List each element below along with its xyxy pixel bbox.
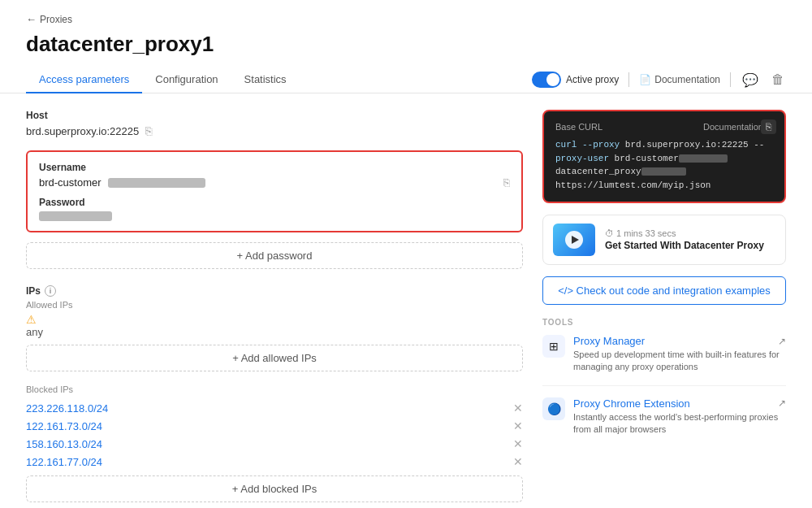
curl-header: Base CURL Documentation ↗ <box>555 121 773 132</box>
right-panel: Base CURL Documentation ↗ curl --proxy b… <box>542 110 786 508</box>
video-title: Get Started With Datacenter Proxy <box>605 240 764 251</box>
username-label: Username <box>39 162 510 173</box>
add-blocked-ips-button[interactable]: + Add blocked IPs <box>26 475 523 502</box>
blocked-ips-label: Blocked IPs <box>26 384 523 394</box>
any-text: any <box>26 326 523 338</box>
remove-ip-3-button[interactable]: ✕ <box>513 455 523 468</box>
password-masked <box>39 211 112 221</box>
proxy-manager-icon: ⊞ <box>542 335 565 358</box>
documentation-button[interactable]: 📄 Documentation <box>639 74 720 85</box>
play-triangle-icon <box>572 236 579 244</box>
tabs: Access parameters Configuration Statisti… <box>26 67 300 93</box>
username-prefix: brd-customer <box>39 176 102 189</box>
tool-proxy-manager[interactable]: ⊞ Proxy Manager ↗ Speed up development t… <box>542 335 786 386</box>
chrome-extension-content: Proxy Chrome Extension ↗ Instantly acces… <box>573 397 786 436</box>
blocked-ip-3: 122.161.77.0/24 <box>26 456 102 468</box>
toggle-label: Active proxy <box>566 74 619 85</box>
page-title: datacenter_proxy1 <box>0 32 812 67</box>
username-masked <box>108 178 205 188</box>
warning-icon: ⚠ <box>26 313 523 326</box>
ips-label: IPs <box>26 285 41 297</box>
doc-icon: 📄 <box>639 74 651 85</box>
add-password-button[interactable]: + Add password <box>26 242 523 269</box>
remove-ip-0-button[interactable]: ✕ <box>513 402 523 415</box>
proxy-manager-content: Proxy Manager ↗ Speed up development tim… <box>573 335 786 374</box>
proxy-manager-title-row: Proxy Manager ↗ <box>573 335 786 347</box>
back-label: Proxies <box>40 14 72 25</box>
copy-curl-button[interactable]: ⎘ <box>761 119 776 134</box>
chrome-extension-title-row: Proxy Chrome Extension ↗ <box>573 397 786 410</box>
remove-ip-1-button[interactable]: ✕ <box>513 419 523 432</box>
curl-box: Base CURL Documentation ↗ curl --proxy b… <box>542 110 786 203</box>
divider2 <box>730 72 731 87</box>
ips-header: IPs i <box>26 285 523 297</box>
password-label: Password <box>39 197 510 208</box>
video-info: ⏱ 1 mins 33 secs Get Started With Datace… <box>605 228 764 251</box>
doc-label: Documentation <box>654 74 720 85</box>
blocked-ip-2: 158.160.13.0/24 <box>26 438 102 450</box>
tab-access-parameters[interactable]: Access parameters <box>26 67 142 93</box>
left-panel: Host brd.superproxy.io:22225 ⎘ Username … <box>26 110 523 508</box>
curl-code: curl --proxy brd.superproxy.io:22225 -- … <box>555 138 773 192</box>
blocked-ips-list: 223.226.118.0/24 ✕ 122.161.73.0/24 ✕ 158… <box>26 399 523 471</box>
blocked-ip-row: 122.161.73.0/24 ✕ <box>26 417 523 435</box>
tabs-row: Access parameters Configuration Statisti… <box>0 67 812 93</box>
active-proxy-toggle-container: Active proxy <box>532 72 619 88</box>
tab-configuration[interactable]: Configuration <box>142 67 231 93</box>
tools-label: TOOLS <box>542 318 786 327</box>
proxy-manager-arrow-icon: ↗ <box>778 336 786 347</box>
allowed-ips-label: Allowed IPs <box>26 300 523 310</box>
back-link[interactable]: ← Proxies <box>0 13 812 32</box>
username-copy-icon[interactable]: ⎘ <box>503 176 510 189</box>
password-value-row <box>39 211 510 221</box>
ips-info-icon[interactable]: i <box>45 285 56 297</box>
play-button-icon <box>565 231 583 249</box>
blocked-ip-row: 223.226.118.0/24 ✕ <box>26 399 523 417</box>
host-section: Host brd.superproxy.io:22225 ⎘ <box>26 110 523 137</box>
curl-title: Base CURL <box>555 122 603 132</box>
blocked-ip-row: 122.161.77.0/24 ✕ <box>26 453 523 471</box>
tab-actions: Active proxy 📄 Documentation 💬 🗑 <box>532 71 786 89</box>
video-duration: ⏱ 1 mins 33 secs <box>605 228 764 238</box>
remove-ip-2-button[interactable]: ✕ <box>513 437 523 450</box>
blocked-ip-1: 122.161.73.0/24 <box>26 420 102 432</box>
proxy-manager-desc: Speed up development time with built-in … <box>573 349 786 374</box>
ips-section: IPs i Allowed IPs ⚠ any + Add allowed IP… <box>26 285 523 502</box>
host-value-row: brd.superproxy.io:22225 ⎘ <box>26 124 523 137</box>
chrome-extension-title: Proxy Chrome Extension <box>573 397 690 410</box>
username-value-row: brd-customer ⎘ <box>39 176 510 189</box>
chrome-extension-desc: Instantly access the world's best-perfor… <box>573 411 786 436</box>
proxy-manager-title: Proxy Manager <box>573 335 645 347</box>
divider <box>628 72 629 87</box>
comment-button[interactable]: 💬 <box>741 71 760 89</box>
password-field: Password <box>39 197 510 221</box>
delete-button[interactable]: 🗑 <box>770 71 786 89</box>
tool-chrome-extension[interactable]: 🔵 Proxy Chrome Extension ↗ Instantly acc… <box>542 397 786 448</box>
blocked-ip-row: 158.160.13.0/24 ✕ <box>26 435 523 453</box>
blocked-ip-0: 223.226.118.0/24 <box>26 402 108 415</box>
credentials-box: Username brd-customer ⎘ Password <box>26 150 523 232</box>
video-thumbnail <box>553 224 595 256</box>
main-content: Host brd.superproxy.io:22225 ⎘ Username … <box>0 93 812 508</box>
host-copy-icon[interactable]: ⎘ <box>145 124 152 137</box>
active-proxy-toggle[interactable] <box>532 72 561 88</box>
host-label: Host <box>26 110 523 121</box>
chrome-extension-icon: 🔵 <box>542 397 565 420</box>
video-card[interactable]: ⏱ 1 mins 33 secs Get Started With Datace… <box>542 215 786 265</box>
add-allowed-ips-button[interactable]: + Add allowed IPs <box>26 345 523 371</box>
username-field: Username brd-customer ⎘ <box>39 162 510 189</box>
tab-statistics[interactable]: Statistics <box>231 67 300 93</box>
chrome-extension-arrow-icon: ↗ <box>778 397 786 409</box>
curl-doc-label: Documentation <box>703 122 763 132</box>
back-arrow-icon: ← <box>26 13 37 25</box>
code-examples-button[interactable]: </> Check out code and integration examp… <box>542 276 786 305</box>
host-value: brd.superproxy.io:22225 <box>26 125 139 137</box>
